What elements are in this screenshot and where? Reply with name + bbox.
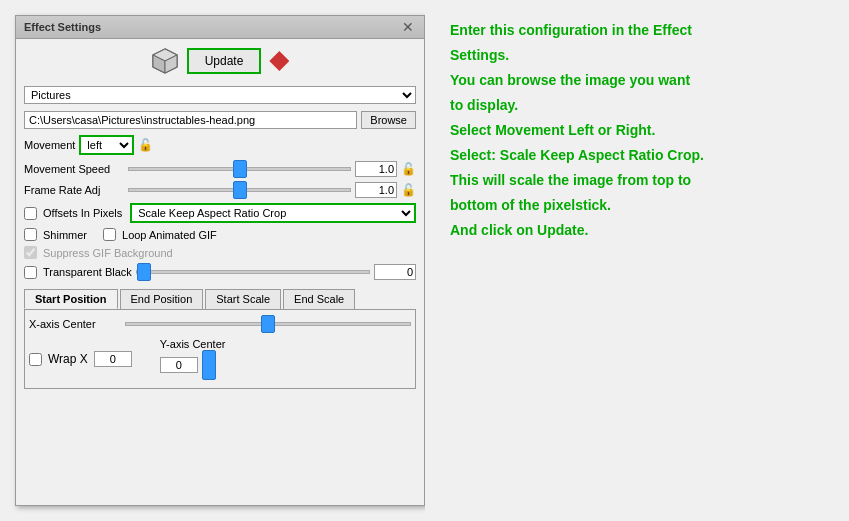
frame-rate-row: Frame Rate Adj 1.0 🔓 bbox=[24, 182, 416, 198]
x-axis-row: X-axis Center bbox=[29, 318, 411, 330]
instruction-line-7: This will scale the image from top to bbox=[450, 170, 824, 191]
effect-settings-dialog: Effect Settings ✕ Update Pictures Video … bbox=[15, 15, 425, 506]
update-button[interactable]: Update bbox=[187, 48, 262, 74]
y-axis-slider-thumb bbox=[202, 350, 216, 380]
wrap-x-row: Wrap X 0 bbox=[29, 351, 132, 367]
movement-dropdown[interactable]: left right up down none bbox=[81, 137, 132, 153]
y-axis-controls: 0 bbox=[160, 350, 216, 380]
shimmer-label: Shimmer bbox=[43, 229, 87, 241]
x-axis-label: X-axis Center bbox=[29, 318, 119, 330]
shimmer-loop-row: Shimmer Loop Animated GIF bbox=[24, 228, 416, 241]
x-axis-slider[interactable] bbox=[125, 322, 411, 326]
movement-select-wrap: left right up down none bbox=[79, 135, 134, 155]
pictures-dropdown[interactable]: Pictures Video Text Color bbox=[24, 86, 416, 104]
dialog-body: Update Pictures Video Text Color Browse … bbox=[16, 39, 424, 505]
transparent-checkbox[interactable] bbox=[24, 266, 37, 279]
movement-speed-row: Movement Speed 1.0 🔓 bbox=[24, 161, 416, 177]
instruction-line-9: And click on Update. bbox=[450, 220, 824, 241]
wrap-x-label: Wrap X bbox=[48, 352, 88, 366]
tab-start-scale[interactable]: Start Scale bbox=[205, 289, 281, 309]
instruction-line-6: Select: Scale Keep Aspect Ratio Crop. bbox=[450, 145, 824, 166]
tab-start-position[interactable]: Start Position bbox=[24, 289, 118, 309]
tab-content: X-axis Center Wrap X 0 Y-axis Center 0 bbox=[24, 310, 416, 389]
movement-speed-slider[interactable] bbox=[128, 167, 351, 171]
suppress-gif-row: Suppress GIF Background bbox=[24, 246, 416, 259]
toolbar-row: Update bbox=[24, 47, 416, 75]
instruction-line-1: Enter this configuration in the Effect bbox=[450, 20, 824, 41]
instruction-line-3: You can browse the image you want bbox=[450, 70, 824, 91]
frame-rate-lock-icon: 🔓 bbox=[401, 183, 416, 197]
y-axis-input[interactable]: 0 bbox=[160, 357, 198, 373]
frame-rate-slider[interactable] bbox=[128, 188, 351, 192]
shimmer-checkbox[interactable] bbox=[24, 228, 37, 241]
y-axis-section: Y-axis Center 0 bbox=[160, 338, 226, 380]
offsets-label: Offsets In Pixels bbox=[43, 207, 122, 219]
loop-gif-checkbox[interactable] bbox=[103, 228, 116, 241]
cube-icon bbox=[151, 47, 179, 75]
instruction-line-5: Select Movement Left or Right. bbox=[450, 120, 824, 141]
transparent-black-row: Transparent Black 0 bbox=[24, 264, 416, 280]
dialog-title: Effect Settings bbox=[24, 21, 101, 33]
movement-label: Movement bbox=[24, 139, 75, 151]
offsets-checkbox[interactable] bbox=[24, 207, 37, 220]
movement-lock-icon: 🔓 bbox=[138, 138, 153, 152]
transparent-checkbox-row: Transparent Black bbox=[24, 266, 132, 279]
tabs-container: Start Position End Position Start Scale … bbox=[24, 285, 416, 389]
offsets-row: Offsets In Pixels Scale Keep Aspect Rati… bbox=[24, 203, 416, 223]
tab-end-position[interactable]: End Position bbox=[120, 289, 204, 309]
loop-gif-row: Loop Animated GIF bbox=[103, 228, 217, 241]
frame-rate-label: Frame Rate Adj bbox=[24, 184, 124, 196]
filepath-row: Browse bbox=[24, 111, 416, 129]
filepath-input[interactable] bbox=[24, 111, 357, 129]
wrap-y-row: Wrap X 0 Y-axis Center 0 bbox=[29, 338, 411, 380]
wrap-x-checkbox[interactable] bbox=[29, 353, 42, 366]
color-diamond-icon bbox=[269, 51, 289, 71]
suppress-gif-label: Suppress GIF Background bbox=[43, 247, 173, 259]
close-button[interactable]: ✕ bbox=[400, 20, 416, 34]
instruction-line-8: bottom of the pixelstick. bbox=[450, 195, 824, 216]
transparent-label: Transparent Black bbox=[43, 266, 132, 278]
offsets-checkbox-row: Offsets In Pixels bbox=[24, 207, 122, 220]
instructions-panel: Enter this configuration in the Effect S… bbox=[425, 0, 849, 521]
movement-speed-label: Movement Speed bbox=[24, 163, 124, 175]
transparent-slider[interactable] bbox=[136, 270, 370, 274]
loop-gif-label: Loop Animated GIF bbox=[122, 229, 217, 241]
pictures-row: Pictures Video Text Color bbox=[24, 84, 416, 106]
instruction-line-2: Settings. bbox=[450, 45, 824, 66]
scale-dropdown[interactable]: Scale Keep Aspect Ratio Crop Scale Stret… bbox=[130, 203, 416, 223]
frame-rate-input[interactable]: 1.0 bbox=[355, 182, 397, 198]
movement-speed-lock-icon: 🔓 bbox=[401, 162, 416, 176]
movement-speed-input[interactable]: 1.0 bbox=[355, 161, 397, 177]
browse-button[interactable]: Browse bbox=[361, 111, 416, 129]
wrap-x-input[interactable]: 0 bbox=[94, 351, 132, 367]
dialog-titlebar: Effect Settings ✕ bbox=[16, 16, 424, 39]
instruction-line-4: to display. bbox=[450, 95, 824, 116]
tab-end-scale[interactable]: End Scale bbox=[283, 289, 355, 309]
shimmer-row: Shimmer bbox=[24, 228, 87, 241]
movement-row: Movement left right up down none 🔓 bbox=[24, 134, 416, 156]
transparent-input[interactable]: 0 bbox=[374, 264, 416, 280]
suppress-gif-checkbox[interactable] bbox=[24, 246, 37, 259]
y-axis-label: Y-axis Center bbox=[160, 338, 226, 350]
tabs-bar: Start Position End Position Start Scale … bbox=[24, 289, 416, 310]
